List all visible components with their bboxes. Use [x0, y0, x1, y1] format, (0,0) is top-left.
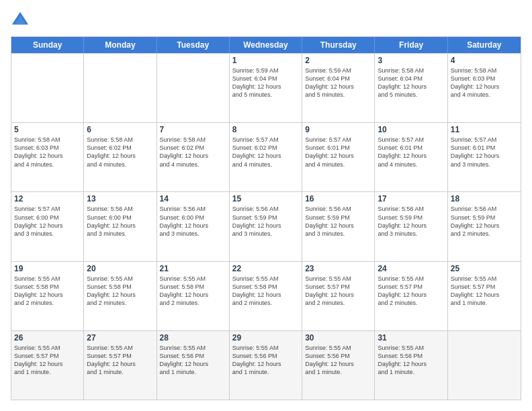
cell-day-number: 15: [232, 194, 299, 203]
calendar-cell: 29Sunrise: 5:55 AM Sunset: 5:56 PM Dayli…: [230, 331, 302, 400]
cell-info: Sunrise: 5:58 AM Sunset: 6:02 PM Dayligh…: [160, 136, 226, 169]
cell-day-number: 21: [160, 264, 226, 273]
cell-day-number: 9: [305, 125, 371, 134]
cell-day-number: 25: [451, 264, 518, 273]
logo-icon: [11, 11, 30, 30]
cell-info: Sunrise: 5:58 AM Sunset: 6:02 PM Dayligh…: [87, 136, 153, 169]
calendar-cell: [84, 54, 157, 122]
weekday-header-sunday: Sunday: [11, 37, 84, 53]
cell-info: Sunrise: 5:57 AM Sunset: 6:02 PM Dayligh…: [232, 136, 299, 169]
calendar-header: SundayMondayTuesdayWednesdayThursdayFrid…: [11, 37, 521, 53]
calendar-row-3: 19Sunrise: 5:55 AM Sunset: 5:58 PM Dayli…: [11, 261, 521, 330]
cell-info: Sunrise: 5:59 AM Sunset: 6:04 PM Dayligh…: [232, 66, 299, 99]
cell-info: Sunrise: 5:58 AM Sunset: 6:03 PM Dayligh…: [451, 66, 518, 99]
header: [11, 11, 521, 30]
cell-info: Sunrise: 5:59 AM Sunset: 6:04 PM Dayligh…: [305, 66, 371, 99]
cell-day-number: 4: [451, 56, 518, 65]
calendar-cell: 10Sunrise: 5:57 AM Sunset: 6:01 PM Dayli…: [375, 123, 447, 191]
calendar-row-4: 26Sunrise: 5:55 AM Sunset: 5:57 PM Dayli…: [11, 330, 521, 400]
cell-day-number: 13: [87, 194, 153, 203]
calendar-cell: 22Sunrise: 5:55 AM Sunset: 5:58 PM Dayli…: [230, 262, 302, 330]
weekday-header-tuesday: Tuesday: [157, 37, 230, 53]
calendar-cell: 23Sunrise: 5:55 AM Sunset: 5:57 PM Dayli…: [302, 262, 375, 330]
calendar-cell: 30Sunrise: 5:55 AM Sunset: 5:56 PM Dayli…: [302, 331, 375, 400]
cell-day-number: 8: [232, 125, 299, 134]
cell-info: Sunrise: 5:56 AM Sunset: 5:59 PM Dayligh…: [232, 205, 299, 238]
cell-info: Sunrise: 5:55 AM Sunset: 5:56 PM Dayligh…: [232, 344, 299, 377]
calendar-cell: 31Sunrise: 5:55 AM Sunset: 5:56 PM Dayli…: [375, 331, 447, 400]
page: SundayMondayTuesdayWednesdayThursdayFrid…: [0, 0, 532, 411]
calendar-body: 1Sunrise: 5:59 AM Sunset: 6:04 PM Daylig…: [11, 53, 521, 400]
cell-info: Sunrise: 5:55 AM Sunset: 5:58 PM Dayligh…: [87, 275, 153, 308]
calendar-cell: 8Sunrise: 5:57 AM Sunset: 6:02 PM Daylig…: [230, 123, 302, 191]
cell-day-number: 10: [378, 125, 444, 134]
calendar-cell: 11Sunrise: 5:57 AM Sunset: 6:01 PM Dayli…: [448, 123, 521, 191]
cell-info: Sunrise: 5:55 AM Sunset: 5:57 PM Dayligh…: [87, 344, 153, 377]
cell-info: Sunrise: 5:55 AM Sunset: 5:57 PM Dayligh…: [451, 275, 518, 308]
weekday-header-friday: Friday: [375, 37, 447, 53]
cell-day-number: 26: [14, 333, 81, 342]
calendar-cell: [11, 54, 84, 122]
calendar-cell: 21Sunrise: 5:55 AM Sunset: 5:58 PM Dayli…: [157, 262, 230, 330]
cell-info: Sunrise: 5:57 AM Sunset: 6:01 PM Dayligh…: [305, 136, 371, 169]
calendar-cell: 9Sunrise: 5:57 AM Sunset: 6:01 PM Daylig…: [302, 123, 375, 191]
calendar-cell: 3Sunrise: 5:58 AM Sunset: 6:04 PM Daylig…: [375, 54, 447, 122]
cell-info: Sunrise: 5:56 AM Sunset: 6:00 PM Dayligh…: [87, 205, 153, 238]
cell-info: Sunrise: 5:56 AM Sunset: 5:59 PM Dayligh…: [378, 205, 444, 238]
calendar-cell: 27Sunrise: 5:55 AM Sunset: 5:57 PM Dayli…: [84, 331, 157, 400]
calendar-cell: 6Sunrise: 5:58 AM Sunset: 6:02 PM Daylig…: [84, 123, 157, 191]
calendar-cell: 1Sunrise: 5:59 AM Sunset: 6:04 PM Daylig…: [230, 54, 302, 122]
cell-info: Sunrise: 5:56 AM Sunset: 6:00 PM Dayligh…: [160, 205, 226, 238]
cell-info: Sunrise: 5:55 AM Sunset: 5:56 PM Dayligh…: [378, 344, 444, 377]
cell-info: Sunrise: 5:55 AM Sunset: 5:58 PM Dayligh…: [160, 275, 226, 308]
cell-day-number: 31: [378, 333, 444, 342]
cell-day-number: 22: [232, 264, 299, 273]
calendar-cell: 13Sunrise: 5:56 AM Sunset: 6:00 PM Dayli…: [84, 192, 157, 261]
weekday-header-wednesday: Wednesday: [230, 37, 302, 53]
calendar: SundayMondayTuesdayWednesdayThursdayFrid…: [11, 36, 521, 400]
calendar-cell: 26Sunrise: 5:55 AM Sunset: 5:57 PM Dayli…: [11, 331, 84, 400]
calendar-cell: 5Sunrise: 5:58 AM Sunset: 6:03 PM Daylig…: [11, 123, 84, 191]
calendar-cell: 16Sunrise: 5:56 AM Sunset: 5:59 PM Dayli…: [302, 192, 375, 261]
calendar-cell: 14Sunrise: 5:56 AM Sunset: 6:00 PM Dayli…: [157, 192, 230, 261]
cell-info: Sunrise: 5:56 AM Sunset: 5:59 PM Dayligh…: [451, 205, 518, 238]
calendar-cell: 28Sunrise: 5:55 AM Sunset: 5:56 PM Dayli…: [157, 331, 230, 400]
calendar-cell: 20Sunrise: 5:55 AM Sunset: 5:58 PM Dayli…: [84, 262, 157, 330]
cell-info: Sunrise: 5:55 AM Sunset: 5:56 PM Dayligh…: [305, 344, 371, 377]
cell-day-number: 1: [232, 56, 299, 65]
cell-day-number: 16: [305, 194, 371, 203]
calendar-cell: [157, 54, 230, 122]
calendar-cell: 24Sunrise: 5:55 AM Sunset: 5:57 PM Dayli…: [375, 262, 447, 330]
cell-info: Sunrise: 5:57 AM Sunset: 6:01 PM Dayligh…: [451, 136, 518, 169]
cell-day-number: 27: [87, 333, 153, 342]
calendar-cell: [448, 331, 521, 400]
logo: [11, 11, 32, 30]
cell-info: Sunrise: 5:56 AM Sunset: 5:59 PM Dayligh…: [305, 205, 371, 238]
cell-info: Sunrise: 5:55 AM Sunset: 5:58 PM Dayligh…: [232, 275, 299, 308]
cell-info: Sunrise: 5:58 AM Sunset: 6:03 PM Dayligh…: [14, 136, 81, 169]
calendar-row-0: 1Sunrise: 5:59 AM Sunset: 6:04 PM Daylig…: [11, 53, 521, 122]
cell-info: Sunrise: 5:55 AM Sunset: 5:56 PM Dayligh…: [160, 344, 226, 377]
cell-info: Sunrise: 5:55 AM Sunset: 5:57 PM Dayligh…: [378, 275, 444, 308]
cell-info: Sunrise: 5:55 AM Sunset: 5:57 PM Dayligh…: [305, 275, 371, 308]
cell-day-number: 2: [305, 56, 371, 65]
cell-day-number: 12: [14, 194, 81, 203]
cell-day-number: 23: [305, 264, 371, 273]
cell-day-number: 20: [87, 264, 153, 273]
cell-day-number: 29: [232, 333, 299, 342]
cell-day-number: 19: [14, 264, 81, 273]
cell-info: Sunrise: 5:58 AM Sunset: 6:04 PM Dayligh…: [378, 66, 444, 99]
cell-info: Sunrise: 5:55 AM Sunset: 5:58 PM Dayligh…: [14, 275, 81, 308]
weekday-header-saturday: Saturday: [448, 37, 521, 53]
cell-day-number: 24: [378, 264, 444, 273]
calendar-cell: 18Sunrise: 5:56 AM Sunset: 5:59 PM Dayli…: [448, 192, 521, 261]
weekday-header-thursday: Thursday: [302, 37, 375, 53]
cell-info: Sunrise: 5:57 AM Sunset: 6:01 PM Dayligh…: [378, 136, 444, 169]
cell-day-number: 17: [378, 194, 444, 203]
calendar-row-2: 12Sunrise: 5:57 AM Sunset: 6:00 PM Dayli…: [11, 191, 521, 261]
weekday-header-monday: Monday: [84, 37, 157, 53]
calendar-cell: 25Sunrise: 5:55 AM Sunset: 5:57 PM Dayli…: [448, 262, 521, 330]
cell-day-number: 3: [378, 56, 444, 65]
cell-info: Sunrise: 5:57 AM Sunset: 6:00 PM Dayligh…: [14, 205, 81, 238]
cell-day-number: 14: [160, 194, 226, 203]
